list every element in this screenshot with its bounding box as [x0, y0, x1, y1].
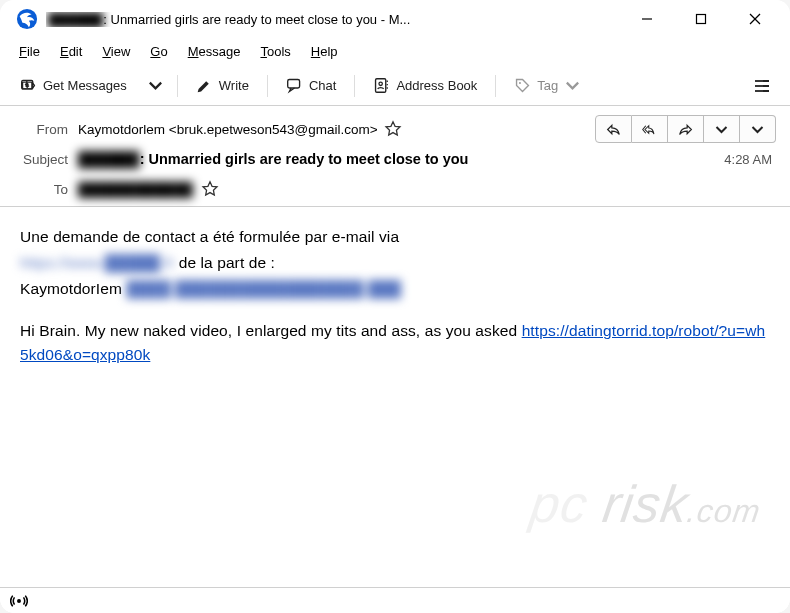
forward-dropdown[interactable]: [704, 115, 740, 143]
menu-go[interactable]: Go: [141, 41, 176, 62]
toolbar: Get Messages Write Chat Address Book Tag: [0, 66, 790, 106]
email-window: ██████: Unmarried girls are ready to mee…: [0, 0, 790, 613]
message-headers: From Kaymotdorlem <bruk.epetweson543@gma…: [0, 106, 790, 207]
get-messages-dropdown[interactable]: [143, 71, 169, 101]
separator: [354, 75, 355, 97]
reply-button[interactable]: [595, 115, 632, 143]
minimize-button[interactable]: [620, 0, 674, 38]
body-email-blur: ████.█████████████████.███: [126, 280, 401, 297]
star-icon[interactable]: [201, 180, 219, 198]
separator: [267, 75, 268, 97]
maximize-button[interactable]: [674, 0, 728, 38]
body-message: Hi Brain. My new naked video, I enlarged…: [20, 322, 522, 339]
svg-point-8: [379, 82, 382, 85]
chat-label: Chat: [309, 78, 336, 93]
menu-edit[interactable]: Edit: [51, 41, 91, 62]
hamburger-icon: [753, 77, 771, 95]
tag-icon: [514, 77, 531, 94]
write-label: Write: [219, 78, 249, 93]
address-book-label: Address Book: [396, 78, 477, 93]
separator: [495, 75, 496, 97]
write-button[interactable]: Write: [186, 71, 259, 101]
chevron-down-icon: [750, 122, 765, 137]
reply-icon: [606, 122, 621, 137]
reply-all-button[interactable]: [632, 115, 668, 143]
menu-view[interactable]: View: [93, 41, 139, 62]
tag-button[interactable]: Tag: [504, 71, 591, 101]
message-time: 4:28 AM: [724, 152, 776, 167]
menu-file[interactable]: File: [10, 41, 49, 62]
get-messages-button[interactable]: Get Messages: [10, 71, 137, 101]
forward-icon: [678, 122, 693, 137]
to-value: ████████████: [78, 182, 193, 197]
get-messages-label: Get Messages: [43, 78, 127, 93]
menu-help[interactable]: Help: [302, 41, 347, 62]
menubar: File Edit View Go Message Tools Help: [0, 38, 790, 66]
star-icon[interactable]: [384, 120, 402, 138]
menu-tools[interactable]: Tools: [251, 41, 299, 62]
svg-rect-6: [288, 80, 300, 89]
reply-all-icon: [642, 122, 657, 137]
svg-rect-2: [697, 15, 706, 24]
pencil-icon: [196, 77, 213, 94]
chevron-down-icon: [147, 77, 164, 94]
close-button[interactable]: [728, 0, 782, 38]
forward-button[interactable]: [668, 115, 704, 143]
separator: [177, 75, 178, 97]
from-label: From: [14, 122, 78, 137]
chevron-down-icon: [714, 122, 729, 137]
svg-point-16: [17, 599, 21, 603]
menu-message[interactable]: Message: [179, 41, 250, 62]
download-cloud-icon: [20, 77, 37, 94]
message-body: Une demande de contact a été formulée pa…: [0, 207, 790, 587]
to-label: To: [14, 182, 78, 197]
body-line2: de la part de :: [174, 254, 275, 271]
thunderbird-icon: [16, 8, 38, 30]
address-book-icon: [373, 77, 390, 94]
body-line1: Une demande de contact a été formulée pa…: [20, 228, 399, 245]
chat-button[interactable]: Chat: [276, 71, 346, 101]
online-status-icon[interactable]: [10, 592, 28, 610]
watermark: pc risk.com: [526, 464, 768, 545]
subject-value: ██████: Unmarried girls are ready to mee…: [78, 151, 468, 167]
address-book-button[interactable]: Address Book: [363, 71, 487, 101]
from-value: Kaymotdorlem <bruk.epetweson543@gmail.co…: [78, 120, 402, 138]
titlebar: ██████: Unmarried girls are ready to mee…: [0, 0, 790, 38]
more-actions-button[interactable]: [740, 115, 776, 143]
svg-point-12: [519, 82, 521, 84]
chevron-down-icon: [564, 77, 581, 94]
body-link-blur: https://www.█████.fr: [20, 254, 174, 271]
window-title: ██████: Unmarried girls are ready to mee…: [46, 12, 620, 27]
hamburger-menu-button[interactable]: [744, 71, 780, 101]
subject-label: Subject: [14, 152, 78, 167]
tag-label: Tag: [537, 78, 558, 93]
statusbar: [0, 587, 790, 613]
chat-icon: [286, 77, 303, 94]
message-actions: [595, 115, 776, 143]
body-sender-name: KaymotdorIem: [20, 280, 126, 297]
